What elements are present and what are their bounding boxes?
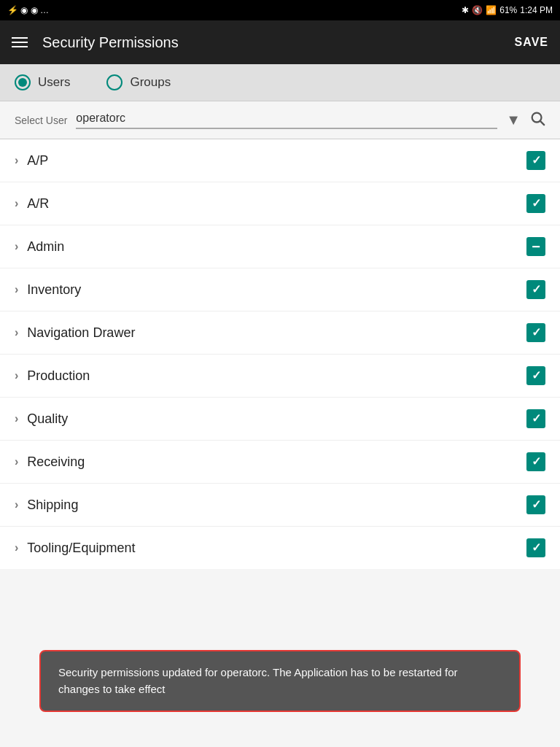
permission-name: Receiving xyxy=(27,454,526,470)
battery-level: 61% xyxy=(499,5,517,15)
users-label: Users xyxy=(38,75,70,90)
mute-icon: 🔇 xyxy=(472,5,483,15)
groups-radio-circle xyxy=(106,74,122,90)
permission-item[interactable]: ›Shipping✓ xyxy=(0,484,560,527)
permission-name: Tooling/Equipment xyxy=(27,541,526,556)
groups-label: Groups xyxy=(130,75,171,90)
check-icon: ✓ xyxy=(532,284,541,295)
permission-item[interactable]: ›A/P✓ xyxy=(0,139,560,182)
permission-name: Admin xyxy=(27,239,526,255)
permission-item[interactable]: ›A/R✓ xyxy=(0,182,560,225)
expand-chevron-icon: › xyxy=(15,369,18,382)
permission-item[interactable]: ›Receiving✓ xyxy=(0,441,560,484)
status-icons: ⚡ ◉ ◉ … xyxy=(7,5,49,15)
expand-chevron-icon: › xyxy=(15,412,18,425)
clock: 1:24 PM xyxy=(520,5,553,15)
menu-line-3 xyxy=(12,46,28,47)
permission-checkbox[interactable]: ✓ xyxy=(526,452,545,471)
snackbar-message: Security permissions updated for operato… xyxy=(58,666,458,695)
user-group-selector: Users Groups xyxy=(0,64,560,101)
permission-checkbox[interactable]: ✓ xyxy=(526,409,545,428)
check-icon: ✓ xyxy=(532,413,541,425)
page-title: Security Permissions xyxy=(42,34,500,51)
permission-checkbox[interactable]: ✓ xyxy=(526,495,545,514)
check-icon: ✓ xyxy=(532,499,541,511)
check-icon: ✓ xyxy=(532,542,541,554)
permission-checkbox[interactable]: ✓ xyxy=(526,194,545,213)
permission-name: Quality xyxy=(27,411,526,427)
permission-name: Inventory xyxy=(27,282,526,298)
expand-chevron-icon: › xyxy=(15,154,18,167)
permission-item[interactable]: ›Admin− xyxy=(0,225,560,268)
expand-chevron-icon: › xyxy=(15,197,18,210)
select-user-input[interactable] xyxy=(76,112,497,129)
permission-checkbox[interactable]: ✓ xyxy=(526,151,545,170)
check-icon: ✓ xyxy=(532,198,541,209)
permission-name: Production xyxy=(27,368,526,384)
dropdown-arrow-icon[interactable]: ▼ xyxy=(506,112,521,128)
menu-button[interactable] xyxy=(12,37,28,47)
check-icon: ✓ xyxy=(532,456,541,468)
menu-line-1 xyxy=(12,37,28,39)
status-bar-right: ✱ 🔇 📶 61% 1:24 PM xyxy=(462,5,553,15)
status-bar-left: ⚡ ◉ ◉ … xyxy=(7,5,49,15)
select-user-row: Select User ▼ xyxy=(0,101,560,139)
select-user-label: Select User xyxy=(15,115,67,126)
search-icon xyxy=(529,110,545,126)
expand-chevron-icon: › xyxy=(15,240,18,253)
snackbar: Security permissions updated for operato… xyxy=(39,650,521,712)
permission-checkbox[interactable]: ✓ xyxy=(526,323,545,342)
svg-line-1 xyxy=(540,121,544,125)
groups-radio[interactable]: Groups xyxy=(106,74,171,90)
permission-name: Shipping xyxy=(27,498,526,513)
minus-icon: − xyxy=(532,239,540,254)
search-button[interactable] xyxy=(529,110,545,130)
permission-name: A/R xyxy=(27,196,526,212)
expand-chevron-icon: › xyxy=(15,283,18,296)
users-radio[interactable]: Users xyxy=(15,74,70,90)
permission-checkbox[interactable]: ✓ xyxy=(526,280,545,299)
check-icon: ✓ xyxy=(532,155,541,166)
permission-checkbox[interactable]: ✓ xyxy=(526,538,545,557)
wifi-icon: 📶 xyxy=(486,5,497,15)
expand-chevron-icon: › xyxy=(15,455,18,468)
check-icon: ✓ xyxy=(532,327,541,338)
permission-item[interactable]: ›Production✓ xyxy=(0,355,560,398)
expand-chevron-icon: › xyxy=(15,498,18,511)
permission-item[interactable]: ›Quality✓ xyxy=(0,398,560,441)
permission-item[interactable]: ›Tooling/Equipment✓ xyxy=(0,527,560,569)
permission-checkbox[interactable]: − xyxy=(526,237,545,256)
check-icon: ✓ xyxy=(532,370,541,382)
expand-chevron-icon: › xyxy=(15,541,18,554)
permission-item[interactable]: ›Navigation Drawer✓ xyxy=(0,311,560,355)
permission-name: Navigation Drawer xyxy=(27,325,526,341)
permission-name: A/P xyxy=(27,153,526,169)
save-button[interactable]: SAVE xyxy=(515,36,548,49)
permission-checkbox[interactable]: ✓ xyxy=(526,366,545,385)
app-bar: Security Permissions SAVE xyxy=(0,20,560,64)
bluetooth-icon: ✱ xyxy=(462,5,469,15)
expand-chevron-icon: › xyxy=(15,326,18,339)
permission-list: ›A/P✓›A/R✓›Admin−›Inventory✓›Navigation … xyxy=(0,139,560,569)
menu-line-2 xyxy=(12,42,28,43)
users-radio-circle xyxy=(15,74,31,90)
status-bar: ⚡ ◉ ◉ … ✱ 🔇 📶 61% 1:24 PM xyxy=(0,0,560,20)
permission-item[interactable]: ›Inventory✓ xyxy=(0,268,560,311)
